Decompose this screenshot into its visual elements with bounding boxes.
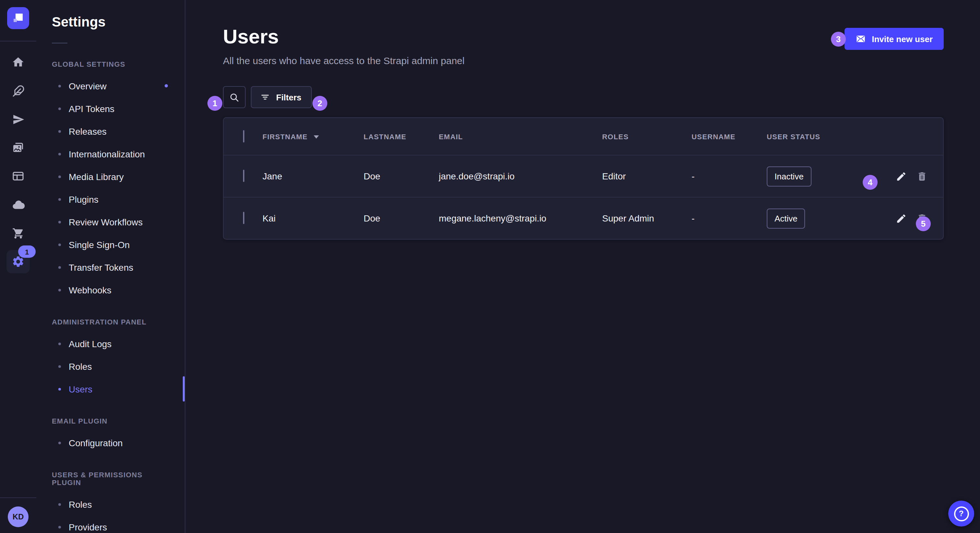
column-header-roles: ROLES xyxy=(602,132,692,140)
annotation-badge-2: 2 xyxy=(312,96,327,111)
column-header-firstname[interactable]: FIRSTNAME xyxy=(262,132,364,140)
cell-user-status: Active xyxy=(767,208,864,228)
sidebar-item-plugins[interactable]: Plugins xyxy=(52,188,169,211)
cell-firstname: Jane xyxy=(262,171,364,181)
sidebar-item-internationalization[interactable]: Internationalization xyxy=(52,143,169,165)
column-label: EMAIL xyxy=(439,132,463,140)
feather-icon[interactable] xyxy=(6,79,30,102)
sidebar-item-review-workflows[interactable]: Review Workflows xyxy=(52,211,169,233)
sidebar-item-single-sign-on[interactable]: Single Sign-On xyxy=(52,233,169,256)
table-header-row: FIRSTNAME LASTNAME EMAIL ROLES USERNAME xyxy=(224,118,943,155)
cloud-icon[interactable] xyxy=(6,193,30,216)
sidebar-item-providers[interactable]: Providers xyxy=(52,516,169,533)
sidebar-item-label: Internationalization xyxy=(69,149,145,159)
help-button[interactable]: ? xyxy=(948,501,974,527)
column-label: USERNAME xyxy=(692,132,736,140)
marketplace-cart-icon[interactable] xyxy=(6,222,30,245)
home-icon[interactable] xyxy=(6,51,30,74)
main-content: Users All the users who have access to t… xyxy=(185,0,980,533)
annotation-badge-5: 5 xyxy=(916,216,931,231)
cell-firstname: Kai xyxy=(262,213,364,224)
cell-lastname: Doe xyxy=(364,171,439,181)
settings-subnav: Settings GLOBAL SETTINGS Overview API To… xyxy=(36,0,185,533)
sidebar-item-label: Providers xyxy=(69,522,107,532)
sidebar-item-label: Transfer Tokens xyxy=(69,262,133,272)
edit-pencil-icon[interactable] xyxy=(896,171,907,182)
sidebar-item-users[interactable]: Users xyxy=(52,378,169,400)
strapi-admin-app: 1 KD Settings GLOBAL SETTINGS Overview A… xyxy=(0,0,980,533)
header-checkbox-cell xyxy=(224,130,262,142)
row-checkbox[interactable] xyxy=(243,212,244,224)
table-row-kai[interactable]: Kai Doe megane.lacheny@strapi.io Super A… xyxy=(224,197,943,239)
status-badge: Inactive xyxy=(767,166,811,186)
filters-button[interactable]: Filters xyxy=(251,86,312,108)
users-permissions-list: Roles Providers xyxy=(52,493,169,533)
sidebar-item-api-tokens[interactable]: API Tokens xyxy=(52,97,169,120)
column-header-lastname: LASTNAME xyxy=(364,132,439,140)
search-button[interactable] xyxy=(223,86,246,108)
edit-pencil-icon[interactable] xyxy=(896,213,907,224)
sidebar-item-label: Releases xyxy=(69,126,107,136)
sidebar-item-webhooks[interactable]: Webhooks xyxy=(52,279,169,301)
sidebar-item-label: Review Workflows xyxy=(69,217,143,227)
column-label: FIRSTNAME xyxy=(262,132,307,140)
cell-roles: Editor xyxy=(602,171,692,181)
subnav-title-rule xyxy=(52,43,67,43)
row-checkbox-cell xyxy=(224,170,262,182)
cell-lastname: Doe xyxy=(364,213,439,224)
page-subtitle: All the users who have access to the Str… xyxy=(223,55,465,66)
sidebar-item-label: Single Sign-On xyxy=(69,239,130,250)
page-header-text: Users All the users who have access to t… xyxy=(223,26,465,66)
sidebar-item-up-roles[interactable]: Roles xyxy=(52,493,169,516)
strapi-logo[interactable] xyxy=(7,7,29,29)
sidebar-item-releases[interactable]: Releases xyxy=(52,120,169,143)
select-all-checkbox[interactable] xyxy=(243,130,244,142)
column-header-username: USERNAME xyxy=(692,132,767,140)
row-checkbox[interactable] xyxy=(243,170,244,182)
bullet-icon xyxy=(58,441,61,444)
bullet-icon xyxy=(58,365,61,368)
administration-panel-list: Audit Logs Roles Users xyxy=(52,332,169,400)
filter-icon xyxy=(260,92,270,102)
cell-email: megane.lacheny@strapi.io xyxy=(439,213,602,224)
delete-trash-icon[interactable] xyxy=(916,171,928,182)
main-nav-rail: 1 KD xyxy=(0,0,37,533)
cell-roles: Super Admin xyxy=(602,213,692,224)
settings-gear-icon[interactable]: 1 xyxy=(6,250,30,273)
invite-new-user-button[interactable]: Invite new user xyxy=(845,28,944,50)
sidebar-item-audit-logs[interactable]: Audit Logs xyxy=(52,332,169,355)
sidebar-item-admin-roles[interactable]: Roles xyxy=(52,355,169,378)
sidebar-item-media-library[interactable]: Media Library xyxy=(52,165,169,188)
sidebar-item-label: Roles xyxy=(69,361,92,371)
content-manager-icon[interactable] xyxy=(6,165,30,188)
user-avatar[interactable]: KD xyxy=(8,506,29,527)
cell-user-status: Inactive xyxy=(767,166,864,186)
row-checkbox-cell xyxy=(224,213,262,224)
media-library-icon[interactable] xyxy=(6,136,30,159)
filters-label: Filters xyxy=(276,92,301,102)
table-toolbar: Filters xyxy=(223,86,944,108)
rail-icon-list: 1 xyxy=(0,51,36,279)
column-label: ROLES xyxy=(602,132,629,140)
global-settings-list: Overview API Tokens Releases Internation… xyxy=(52,75,169,301)
sidebar-item-label: Media Library xyxy=(69,171,124,182)
column-label: USER STATUS xyxy=(767,132,820,140)
sidebar-item-configuration[interactable]: Configuration xyxy=(52,431,169,454)
bullet-icon xyxy=(58,84,61,87)
paper-plane-icon[interactable] xyxy=(6,108,30,131)
subnav-title: Settings xyxy=(52,14,169,30)
bullet-icon xyxy=(58,198,61,200)
invite-new-user-label: Invite new user xyxy=(872,34,933,44)
settings-notification-badge: 1 xyxy=(18,246,36,258)
annotation-badge-3: 3 xyxy=(831,32,846,47)
sidebar-item-overview[interactable]: Overview xyxy=(52,75,169,97)
section-label-email-plugin: EMAIL PLUGIN xyxy=(52,417,169,425)
status-badge: Active xyxy=(767,208,805,228)
sidebar-item-label: Overview xyxy=(69,81,107,91)
sidebar-item-label: Webhooks xyxy=(69,285,111,295)
bullet-icon xyxy=(58,107,61,110)
table-row-jane[interactable]: Jane Doe jane.doe@strapi.io Editor - Ina… xyxy=(224,155,943,197)
sidebar-item-transfer-tokens[interactable]: Transfer Tokens xyxy=(52,256,169,279)
annotation-badge-1: 1 xyxy=(207,96,222,111)
question-mark-icon: ? xyxy=(954,506,969,521)
